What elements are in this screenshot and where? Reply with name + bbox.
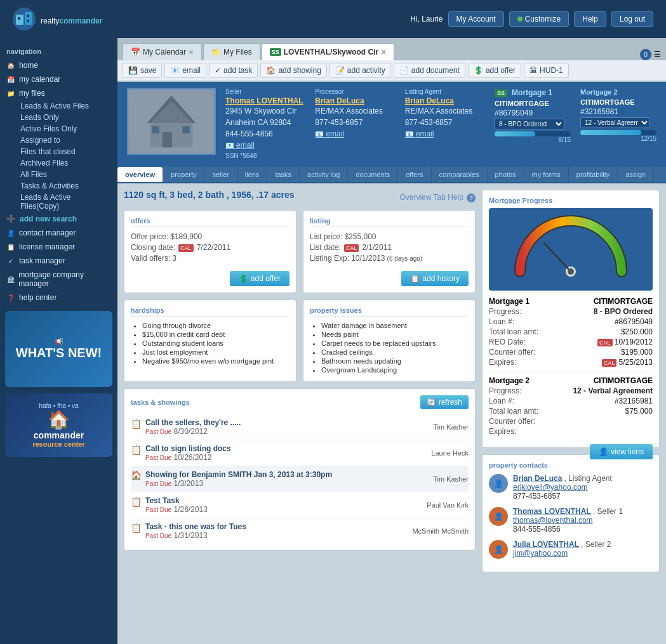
sub-tab-assign[interactable]: assign xyxy=(618,167,654,182)
sub-tab-my-forms[interactable]: my forms xyxy=(524,167,569,182)
sidebar-item-tasks-activities[interactable]: Tasks & Activities xyxy=(14,180,117,192)
add-task-button[interactable]: ✓ add task xyxy=(209,63,258,78)
contact-avatar-0: 👤 xyxy=(489,474,508,493)
contact-name-1[interactable]: Thomas LOVENTHAL xyxy=(513,507,591,516)
seller-email-link[interactable]: 📧 email xyxy=(225,141,255,149)
sub-tab-documents[interactable]: documents xyxy=(348,167,398,182)
sub-tab-photos[interactable]: photos xyxy=(488,167,524,182)
sidebar-item-leads-active[interactable]: Leads & Active Files xyxy=(14,100,117,112)
sidebar-item-help-center[interactable]: ❓ help center xyxy=(0,291,117,305)
task-date-2: 1/3/2013 xyxy=(173,480,203,487)
contact-email-2[interactable]: jim@yahoo.com xyxy=(513,549,568,558)
logout-button[interactable]: Log out xyxy=(611,11,653,27)
sub-tab-profitability[interactable]: profitability xyxy=(569,167,618,182)
plus-icon: ➕ xyxy=(6,214,16,223)
contact-email-1[interactable]: thomas@loventhal.com xyxy=(513,516,593,525)
add-offer-button[interactable]: 💲 add offer xyxy=(468,63,521,78)
sidebar-item-contact-manager[interactable]: 👤 contact manager xyxy=(0,226,117,240)
list-item: Just lost employment xyxy=(142,348,290,356)
email-button[interactable]: 📧 email xyxy=(164,63,206,78)
tabs-menu-icon[interactable]: ☰ xyxy=(654,50,661,59)
sidebar-item-calendar[interactable]: 📅 my calendar xyxy=(0,72,117,86)
sidebar-item-all-files[interactable]: All Files xyxy=(14,169,117,180)
close-loventhal-tab[interactable]: ✕ xyxy=(381,49,386,56)
sidebar-item-add-search[interactable]: ➕ add new search xyxy=(0,212,117,226)
add-activity-button[interactable]: 📝 add activity xyxy=(330,63,391,78)
help-button[interactable]: Help xyxy=(574,11,606,27)
my-account-button[interactable]: My Account xyxy=(448,11,504,27)
sub-tab-tasks[interactable]: tasks xyxy=(267,167,300,182)
task-name-1[interactable]: Call to sign listing docs xyxy=(145,444,231,453)
resource-banner[interactable]: hafa • fha • va 🏠 commander resource cen… xyxy=(5,393,112,457)
tab-files[interactable]: 📁 My Files xyxy=(203,43,260,60)
m2-expires-row: Expires: xyxy=(489,427,653,436)
hud-button[interactable]: 🏛 HUD-1 xyxy=(524,63,569,78)
sidebar-item-archived[interactable]: Archived Files xyxy=(14,157,117,169)
add-showing-button[interactable]: 🏠 add showing xyxy=(260,63,326,78)
contact-item-2: 👤 Julia LOVENTHAL , Seller 2 jim@yahoo.c… xyxy=(489,540,653,559)
sidebar-item-home[interactable]: 🏠 home xyxy=(0,58,117,72)
tasks-section: tasks & showings 🔄 refresh 📋 Call the se… xyxy=(124,388,476,551)
logo-text: realtycommander xyxy=(41,11,102,27)
task-date-3: 1/26/2013 xyxy=(173,506,207,513)
task-item-4: 📋 Task - this one was for Tues Past Due … xyxy=(131,518,469,544)
sub-tab-offers[interactable]: offers xyxy=(398,167,431,182)
sidebar-item-files-closed[interactable]: Files that closed xyxy=(14,146,117,157)
close-calendar-tab[interactable]: ✕ xyxy=(189,49,194,56)
processor-email-link[interactable]: 📧 email xyxy=(315,130,344,138)
contact-name-0[interactable]: Brian DeLuca xyxy=(513,474,562,483)
sidebar-item-active-only[interactable]: Active Files Only xyxy=(14,123,117,135)
sub-tab-property[interactable]: property xyxy=(163,167,204,182)
tab-calendar[interactable]: 📅 My Calendar ✕ xyxy=(123,43,202,60)
list-item: Going through divorce xyxy=(142,322,290,329)
sidebar: navigation 🏠 home 📅 my calendar 📁 my fil… xyxy=(0,38,117,644)
refresh-button[interactable]: 🔄 refresh xyxy=(420,395,469,409)
sidebar-item-task-manager[interactable]: ✓ task manager xyxy=(0,254,117,268)
sub-tab-overview[interactable]: overview xyxy=(117,167,163,182)
home-icon: 🏠 xyxy=(6,61,15,70)
contact-name-2[interactable]: Julia LOVENTHAL xyxy=(513,540,579,549)
task-name-0[interactable]: Call the sellers, they're ..... xyxy=(145,418,241,427)
tab-loventhal[interactable]: SS LOVENTHAL/Skywood Cir ✕ xyxy=(262,43,394,60)
save-button[interactable]: 💾 save xyxy=(123,63,162,78)
agent-email-link[interactable]: 📧 email xyxy=(405,130,434,138)
sidebar-item-mortgage-manager[interactable]: 🏦 mortgage company manager xyxy=(0,268,117,291)
customize-button[interactable]: Customize xyxy=(509,11,569,27)
sub-tab-activity-log[interactable]: activity log xyxy=(300,167,348,182)
sidebar-item-my-files[interactable]: 📁 my files xyxy=(0,86,117,100)
agent-name[interactable]: Brian DeLuca xyxy=(405,96,485,105)
add-task-icon: ✓ xyxy=(215,66,221,75)
logo: realtycommander xyxy=(13,8,102,30)
mortgage1-status-select[interactable]: 8 - BPO Ordered xyxy=(495,119,564,129)
seller-name[interactable]: Thomas LOVENTHAL xyxy=(225,96,305,105)
svg-rect-2 xyxy=(18,17,20,20)
m1-label: Mortgage 1 xyxy=(489,297,529,306)
mortgage2-status-select[interactable]: 12 - Verbal Agreement xyxy=(580,117,650,128)
task-date-1: 10/26/2012 xyxy=(173,454,211,461)
task-date-0: 8/30/2012 xyxy=(173,428,207,435)
mortgage2-company: CITIMORTGAGE xyxy=(580,98,656,106)
calendar-icon: 📅 xyxy=(6,75,15,84)
contact-email-0[interactable]: eriklovell@yahoo.com xyxy=(513,483,588,492)
overview-help[interactable]: Overview Tab Help ? xyxy=(399,193,476,202)
sub-tab-comparables[interactable]: comparables xyxy=(432,167,488,182)
sidebar-item-leads-only[interactable]: Leads Only xyxy=(14,112,117,123)
sub-tab-seller[interactable]: seller xyxy=(204,167,237,182)
processor-name[interactable]: Brian DeLuca xyxy=(315,96,395,105)
view-liens-button[interactable]: 👤 view liens xyxy=(590,444,653,459)
task-name-3[interactable]: Test Task xyxy=(145,496,208,505)
offer-price-row: Offer price: $189,900 xyxy=(131,232,290,241)
add-offer-card-button[interactable]: 💲 add offer xyxy=(230,271,290,286)
whats-new-banner[interactable]: 📢 WHAT'S NEW! xyxy=(5,311,112,387)
add-document-button[interactable]: 📄 add document xyxy=(394,63,465,78)
sidebar-item-license-manager[interactable]: 📋 license manager xyxy=(0,240,117,254)
hardships-issues-row: hardships Going through divorce $15,000 … xyxy=(124,299,476,382)
sidebar-item-leads-copy[interactable]: Leads & Active Files(Copy) xyxy=(14,192,117,212)
sidebar-item-assigned-to[interactable]: Assigned to xyxy=(14,135,117,146)
add-history-button[interactable]: 📋 add history xyxy=(401,271,469,286)
contact-icon: 👤 xyxy=(6,228,15,237)
showing-icon-2: 🏠 xyxy=(131,470,142,480)
sub-tab-liens[interactable]: liens xyxy=(237,167,268,182)
task-name-4[interactable]: Task - this one was for Tues xyxy=(145,522,246,531)
task-name-2[interactable]: Showing for Benjamin SMITH Jan 3, 2013 a… xyxy=(145,470,332,479)
